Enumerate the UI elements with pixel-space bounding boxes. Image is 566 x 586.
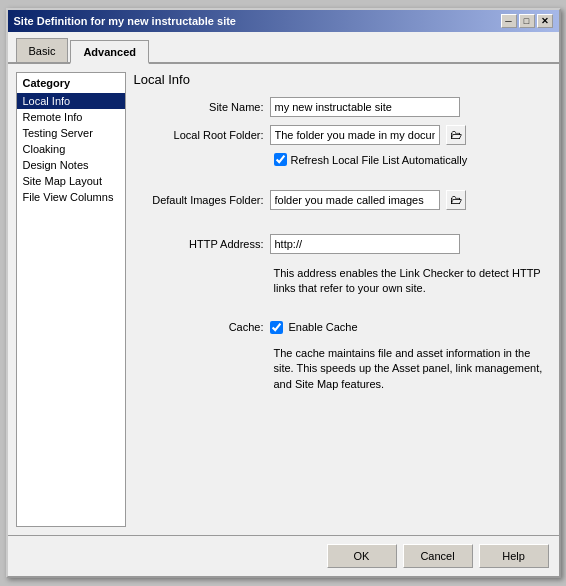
http-address-row: HTTP Address: bbox=[134, 234, 551, 254]
close-button[interactable]: ✕ bbox=[537, 14, 553, 28]
refresh-label: Refresh Local File List Automatically bbox=[291, 154, 468, 166]
title-bar-buttons: ─ □ ✕ bbox=[501, 14, 553, 28]
sidebar-item-testing-server[interactable]: Testing Server bbox=[17, 125, 125, 141]
sidebar-item-local-info[interactable]: Local Info bbox=[17, 93, 125, 109]
refresh-checkbox[interactable] bbox=[274, 153, 287, 166]
enable-cache-label: Enable Cache bbox=[289, 321, 358, 333]
main-panel: Local Info Site Name: Local Root Folder:… bbox=[134, 72, 551, 527]
sidebar-item-file-view-columns[interactable]: File View Columns bbox=[17, 189, 125, 205]
title-bar: Site Definition for my new instructable … bbox=[8, 10, 559, 32]
main-window: Site Definition for my new instructable … bbox=[6, 8, 561, 578]
local-root-folder-browse-button[interactable]: 🗁 bbox=[446, 125, 466, 145]
default-images-folder-label: Default Images Folder: bbox=[134, 194, 264, 206]
site-name-label: Site Name: bbox=[134, 101, 264, 113]
http-address-input[interactable] bbox=[270, 234, 460, 254]
cancel-button[interactable]: Cancel bbox=[403, 544, 473, 568]
tabs-bar: Basic Advanced bbox=[8, 32, 559, 64]
sidebar-header: Category bbox=[17, 73, 125, 93]
tab-basic[interactable]: Basic bbox=[16, 38, 69, 62]
tab-advanced[interactable]: Advanced bbox=[70, 40, 149, 64]
folder-icon-2: 🗁 bbox=[450, 193, 462, 207]
maximize-button[interactable]: □ bbox=[519, 14, 535, 28]
panel-title: Local Info bbox=[134, 72, 551, 87]
local-root-folder-row: Local Root Folder: 🗁 bbox=[134, 125, 551, 145]
sidebar: Category Local Info Remote Info Testing … bbox=[16, 72, 126, 527]
site-name-input[interactable] bbox=[270, 97, 460, 117]
sidebar-item-site-map-layout[interactable]: Site Map Layout bbox=[17, 173, 125, 189]
local-root-folder-input[interactable] bbox=[270, 125, 440, 145]
default-images-folder-row: Default Images Folder: 🗁 bbox=[134, 190, 551, 210]
cache-label: Cache: bbox=[134, 321, 264, 333]
help-button[interactable]: Help bbox=[479, 544, 549, 568]
refresh-row: Refresh Local File List Automatically bbox=[274, 153, 551, 166]
enable-cache-checkbox[interactable] bbox=[270, 321, 283, 334]
cache-row: Cache: Enable Cache bbox=[134, 321, 551, 334]
default-images-folder-input[interactable] bbox=[270, 190, 440, 210]
cache-description: The cache maintains file and asset infor… bbox=[274, 346, 551, 392]
http-address-label: HTTP Address: bbox=[134, 238, 264, 250]
window-title: Site Definition for my new instructable … bbox=[14, 15, 236, 27]
sidebar-item-remote-info[interactable]: Remote Info bbox=[17, 109, 125, 125]
default-images-folder-browse-button[interactable]: 🗁 bbox=[446, 190, 466, 210]
content-area: Category Local Info Remote Info Testing … bbox=[8, 64, 559, 535]
site-name-row: Site Name: bbox=[134, 97, 551, 117]
minimize-button[interactable]: ─ bbox=[501, 14, 517, 28]
footer: OK Cancel Help bbox=[8, 535, 559, 576]
form-area: Site Name: Local Root Folder: 🗁 Refresh … bbox=[134, 97, 551, 527]
ok-button[interactable]: OK bbox=[327, 544, 397, 568]
sidebar-item-cloaking[interactable]: Cloaking bbox=[17, 141, 125, 157]
folder-icon: 🗁 bbox=[450, 128, 462, 142]
sidebar-item-design-notes[interactable]: Design Notes bbox=[17, 157, 125, 173]
http-description: This address enables the Link Checker to… bbox=[274, 266, 551, 297]
local-root-folder-label: Local Root Folder: bbox=[134, 129, 264, 141]
